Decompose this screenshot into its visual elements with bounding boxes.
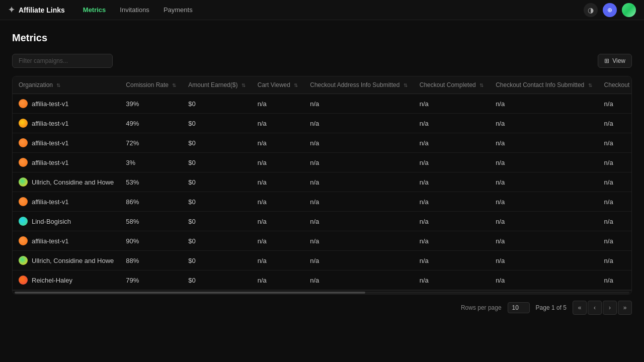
col-checkout-address[interactable]: Checkout Address Info Submitted ⇅: [304, 76, 413, 94]
table-row: affilia-test-v1 39% $0 n/a n/a n/a n/a n…: [13, 94, 632, 114]
cell-checkout-completed: n/a: [414, 251, 490, 270]
cell-organization: Ullrich, Considine and Howe: [13, 172, 120, 192]
org-name: affilia-test-v1: [32, 120, 68, 127]
cell-amount: $0: [182, 212, 251, 231]
cell-commission: 49%: [120, 114, 182, 133]
cell-checkout-completed: n/a: [414, 231, 490, 251]
main-content: Metrics ⊞ View Organization ⇅ Comission …: [0, 20, 644, 321]
cell-organization: affilia-test-v1: [13, 114, 120, 133]
filter-input[interactable]: [12, 54, 113, 68]
cell-checkout-contact: n/a: [490, 192, 598, 212]
cell-checkout-contact: n/a: [490, 153, 598, 172]
cell-commission: 3%: [120, 153, 182, 172]
col-checkout-contact[interactable]: Checkout Contact Info Submitted ⇅: [490, 76, 598, 94]
cell-organization: Lind-Bogisich: [13, 212, 120, 231]
org-dot: [19, 99, 28, 108]
table-row: Lind-Bogisich 58% $0 n/a n/a n/a n/a n/a: [13, 212, 632, 231]
cell-checkout-address: n/a: [304, 231, 413, 251]
org-dot: [19, 158, 28, 167]
org-name: affilia-test-v1: [32, 159, 68, 166]
col-checkout-completed[interactable]: Checkout Completed ⇅: [414, 76, 490, 94]
cell-amount: $0: [182, 251, 251, 270]
brand-icon: ✦: [8, 5, 15, 15]
cell-amount: $0: [182, 192, 251, 212]
prev-page-button[interactable]: ‹: [588, 301, 602, 315]
metrics-table: Organization ⇅ Comission Rate ⇅ Amount E…: [12, 76, 632, 295]
nav-invitations[interactable]: Invitations: [114, 4, 155, 16]
cell-amount: $0: [182, 231, 251, 251]
table-row: affilia-test-v1 72% $0 n/a n/a n/a n/a n…: [13, 133, 632, 153]
cell-checkout-address: n/a: [304, 94, 413, 114]
cell-cart: n/a: [252, 231, 304, 251]
nav-metrics[interactable]: Metrics: [77, 4, 112, 16]
cell-amount: $0: [182, 114, 251, 133]
org-dot: [19, 217, 28, 226]
cell-checkout-contact: n/a: [490, 172, 598, 192]
cell-cart: n/a: [252, 172, 304, 192]
cell-checkout-completed: n/a: [414, 192, 490, 212]
brand-name: Affiliate Links: [19, 6, 65, 14]
cell-commission: 86%: [120, 192, 182, 212]
nav-payments[interactable]: Payments: [157, 4, 199, 16]
header: ✦ Affiliate Links Metrics Invitations Pa…: [0, 0, 644, 20]
col-cart[interactable]: Cart Viewed ⇅: [252, 76, 304, 94]
cell-cart: n/a: [252, 153, 304, 172]
brand: ✦ Affiliate Links: [8, 5, 65, 15]
org-name: affilia-test-v1: [32, 100, 68, 108]
table-row: Ullrich, Considine and Howe 88% $0 n/a n…: [13, 251, 632, 270]
org-name: affilia-test-v1: [32, 139, 68, 147]
view-button[interactable]: ⊞ View: [598, 54, 632, 68]
cell-commission: 88%: [120, 251, 182, 270]
org-name: Lind-Bogisich: [32, 218, 71, 225]
next-page-button[interactable]: ›: [603, 301, 617, 315]
cell-checkout-shipping: n/a: [598, 133, 632, 153]
rows-per-page-select[interactable]: 10 5 20 50: [508, 302, 530, 313]
pagination-bar: Rows per page 10 5 20 50 Page 1 of 5 « ‹…: [12, 295, 632, 321]
cell-cart: n/a: [252, 270, 304, 290]
org-name: Ullrich, Considine and Howe: [32, 178, 114, 186]
table-row: Ullrich, Considine and Howe 53% $0 n/a n…: [13, 172, 632, 192]
cell-checkout-shipping: n/a: [598, 251, 632, 270]
cell-checkout-contact: n/a: [490, 212, 598, 231]
org-dot: [19, 276, 28, 285]
discord-icon[interactable]: ⊕: [603, 3, 617, 17]
cell-commission: 79%: [120, 270, 182, 290]
col-commission[interactable]: Comission Rate ⇅: [120, 76, 182, 94]
table-row: Reichel-Haley 79% $0 n/a n/a n/a n/a n/a: [13, 270, 632, 290]
org-name: Ullrich, Considine and Howe: [32, 257, 114, 264]
avatar[interactable]: [622, 3, 636, 17]
cell-checkout-address: n/a: [304, 251, 413, 270]
cell-cart: n/a: [252, 94, 304, 114]
cell-amount: $0: [182, 133, 251, 153]
cell-cart: n/a: [252, 192, 304, 212]
cell-organization: affilia-test-v1: [13, 231, 120, 251]
page-navigation: « ‹ › »: [573, 301, 632, 315]
cell-checkout-address: n/a: [304, 192, 413, 212]
cell-organization: affilia-test-v1: [13, 153, 120, 172]
horizontal-scrollbar[interactable]: [13, 290, 631, 294]
cell-cart: n/a: [252, 251, 304, 270]
cell-checkout-shipping: n/a: [598, 192, 632, 212]
table-row: affilia-test-v1 49% $0 n/a n/a n/a n/a n…: [13, 114, 632, 133]
cell-checkout-address: n/a: [304, 133, 413, 153]
view-label: View: [612, 57, 625, 64]
cell-commission: 58%: [120, 212, 182, 231]
cell-organization: Reichel-Haley: [13, 270, 120, 290]
cell-checkout-address: n/a: [304, 153, 413, 172]
cell-commission: 53%: [120, 172, 182, 192]
last-page-button[interactable]: »: [618, 301, 632, 315]
toolbar: ⊞ View: [12, 54, 632, 68]
cell-amount: $0: [182, 172, 251, 192]
main-nav: Metrics Invitations Payments: [77, 4, 199, 16]
cell-checkout-completed: n/a: [414, 212, 490, 231]
cell-checkout-contact: n/a: [490, 231, 598, 251]
first-page-button[interactable]: «: [573, 301, 587, 315]
cell-checkout-shipping: n/a: [598, 231, 632, 251]
moon-icon[interactable]: ◑: [584, 3, 598, 17]
sort-icon: ⇅: [294, 82, 298, 88]
col-amount[interactable]: Amount Earned($) ⇅: [182, 76, 251, 94]
col-organization[interactable]: Organization ⇅: [13, 76, 120, 94]
col-checkout-shipping[interactable]: Checkout Shipping Info Submitted ⇅: [598, 76, 632, 94]
cell-checkout-completed: n/a: [414, 94, 490, 114]
cell-checkout-completed: n/a: [414, 133, 490, 153]
